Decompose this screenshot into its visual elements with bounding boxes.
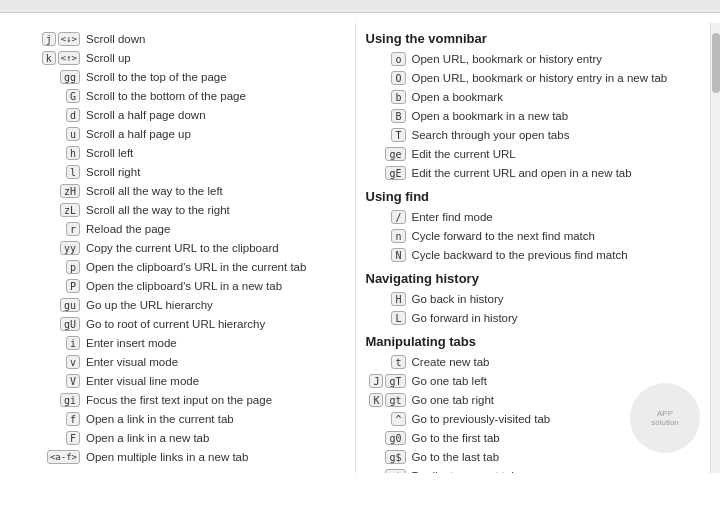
- list-item: ytDuplicate current tab: [366, 468, 701, 473]
- list-item: hScroll left: [10, 145, 345, 161]
- list-item: gEEdit the current URL and open in a new…: [366, 165, 701, 181]
- list-item: POpen the clipboard's URL in a new tab: [10, 278, 345, 294]
- list-item: rReload the page: [10, 221, 345, 237]
- list-item: oOpen URL, bookmark or history entry: [366, 51, 701, 67]
- list-item: uScroll a half page up: [10, 126, 345, 142]
- main-content: j<↓>Scroll downk<↑>Scroll upggScroll to …: [0, 13, 720, 483]
- list-item: ^Go to previously-visited tab: [366, 411, 701, 427]
- list-item: VEnter visual line mode: [10, 373, 345, 389]
- list-item: fOpen a link in the current tab: [10, 411, 345, 427]
- list-item: JgTGo one tab left: [366, 373, 701, 389]
- list-item: iEnter insert mode: [10, 335, 345, 351]
- list-item: tCreate new tab: [366, 354, 701, 370]
- section-title: Navigating history: [366, 271, 701, 286]
- section-title: Using the vomnibar: [366, 31, 701, 46]
- list-item: GScroll to the bottom of the page: [10, 88, 345, 104]
- list-item: bOpen a bookmark: [366, 89, 701, 105]
- left-column: j<↓>Scroll downk<↑>Scroll upggScroll to …: [0, 23, 356, 473]
- left-shortcuts-list: j<↓>Scroll downk<↑>Scroll upggScroll to …: [10, 31, 345, 465]
- list-item: j<↓>Scroll down: [10, 31, 345, 47]
- list-item: yyCopy the current URL to the clipboard: [10, 240, 345, 256]
- list-item: BOpen a bookmark in a new tab: [366, 108, 701, 124]
- list-item: g$Go to the last tab: [366, 449, 701, 465]
- list-item: giFocus the first text input on the page: [10, 392, 345, 408]
- list-item: KgtGo one tab right: [366, 392, 701, 408]
- list-item: nCycle forward to the next find match: [366, 228, 701, 244]
- list-item: g0Go to the first tab: [366, 430, 701, 446]
- title-bar: [0, 0, 720, 13]
- list-item: ggScroll to the top of the page: [10, 69, 345, 85]
- scrollbar[interactable]: [710, 23, 720, 473]
- list-item: gUGo to root of current URL hierarchy: [10, 316, 345, 332]
- list-item: TSearch through your open tabs: [366, 127, 701, 143]
- list-item: pOpen the clipboard's URL in the current…: [10, 259, 345, 275]
- list-item: HGo back in history: [366, 291, 701, 307]
- right-sections-list: Using the vomnibaroOpen URL, bookmark or…: [366, 31, 701, 473]
- right-column: Using the vomnibaroOpen URL, bookmark or…: [356, 23, 711, 473]
- section-title: Using find: [366, 189, 701, 204]
- list-item: zLScroll all the way to the right: [10, 202, 345, 218]
- list-item: zHScroll all the way to the left: [10, 183, 345, 199]
- list-item: OOpen URL, bookmark or history entry in …: [366, 70, 701, 86]
- list-item: FOpen a link in a new tab: [10, 430, 345, 446]
- list-item: <a-f>Open multiple links in a new tab: [10, 449, 345, 465]
- list-item: lScroll right: [10, 164, 345, 180]
- list-item: guGo up the URL hierarchy: [10, 297, 345, 313]
- list-item: LGo forward in history: [366, 310, 701, 326]
- section-title: Manipulating tabs: [366, 334, 701, 349]
- list-item: k<↑>Scroll up: [10, 50, 345, 66]
- list-item: /Enter find mode: [366, 209, 701, 225]
- list-item: geEdit the current URL: [366, 146, 701, 162]
- list-item: NCycle backward to the previous find mat…: [366, 247, 701, 263]
- list-item: dScroll a half page down: [10, 107, 345, 123]
- scrollbar-thumb[interactable]: [712, 33, 720, 93]
- list-item: vEnter visual mode: [10, 354, 345, 370]
